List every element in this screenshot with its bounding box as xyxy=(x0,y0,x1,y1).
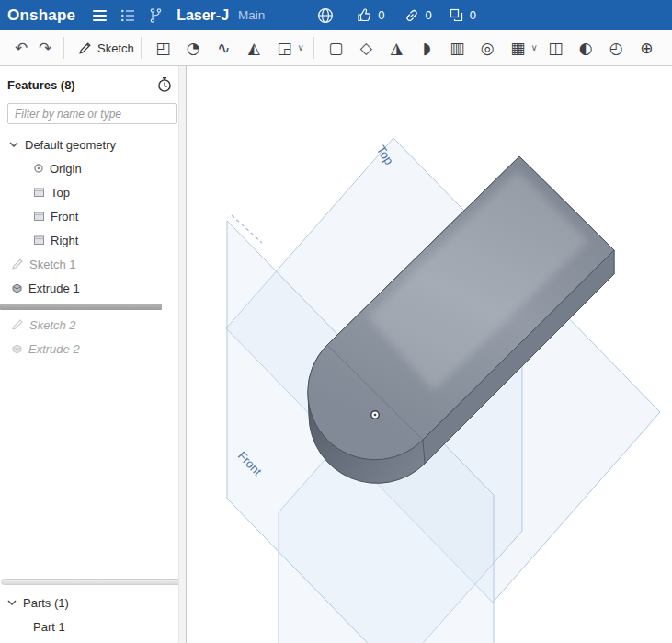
revolve-icon[interactable]: ◔ xyxy=(178,30,209,65)
tree-item-label: Right xyxy=(51,234,78,247)
graphics-area[interactable]: Top Front xyxy=(187,66,672,643)
links-counter[interactable]: 0 xyxy=(404,7,432,24)
tree-item-extrude-1[interactable]: Extrude 1 xyxy=(0,276,186,300)
feature-tree: Default geometry Origin Top Front Right xyxy=(0,132,186,361)
thumbs-up-icon xyxy=(357,7,372,23)
tree-item-label: Front xyxy=(51,210,78,224)
fillet-icon[interactable]: ▢ xyxy=(321,30,351,65)
filter-input[interactable] xyxy=(7,103,177,124)
tree-item-label: Default geometry xyxy=(25,138,116,152)
document-title[interactable]: Laser-J xyxy=(177,7,229,24)
sweep-icon[interactable]: ∿ xyxy=(209,30,239,65)
app-header: Onshape Laser-J Main 0 0 xyxy=(0,0,672,30)
tree-item-label: Origin xyxy=(50,162,82,176)
copies-counter[interactable]: 0 xyxy=(449,7,476,23)
extrude-icon[interactable]: ◰ xyxy=(148,30,178,65)
likes-count: 0 xyxy=(378,8,384,22)
tree-item-sketch-1[interactable]: Sketch 1 xyxy=(0,252,186,276)
transform-icon[interactable]: ⊕ xyxy=(632,30,662,65)
features-panel: Features (8) Default geometry Origin Top xyxy=(0,66,187,643)
panel-splitter[interactable] xyxy=(0,578,186,586)
tree-item-top-plane[interactable]: Top xyxy=(0,180,186,204)
redo-icon[interactable]: ↷ xyxy=(33,39,57,57)
workspace-name[interactable]: Main xyxy=(238,8,265,22)
tree-item-label: Top xyxy=(51,186,70,200)
copies-count: 0 xyxy=(470,8,476,22)
link-icon xyxy=(404,7,420,24)
mirror-icon[interactable]: ◫ xyxy=(541,30,571,65)
tree-item-sketch-2[interactable]: Sketch 2 xyxy=(0,313,186,337)
onshape-logo[interactable]: Onshape xyxy=(7,6,75,25)
tree-item-label: Extrude 2 xyxy=(28,342,80,356)
main-menu-icon[interactable] xyxy=(91,6,108,25)
plane-icon xyxy=(33,211,45,222)
chamfer-icon[interactable]: ◇ xyxy=(351,30,382,65)
tree-item-origin[interactable]: Origin xyxy=(0,156,186,180)
branch-icon[interactable] xyxy=(149,7,163,24)
plane-icon xyxy=(33,235,45,246)
rib-icon[interactable]: ◗ xyxy=(412,30,442,65)
scrollbar-track[interactable] xyxy=(178,66,186,643)
shell-icon[interactable]: ▥ xyxy=(442,30,473,65)
links-count: 0 xyxy=(426,8,432,22)
split-icon[interactable]: ◴ xyxy=(601,30,632,65)
versions-history-icon[interactable] xyxy=(120,8,137,23)
history-clock-icon[interactable] xyxy=(156,76,173,93)
3d-scene[interactable]: Top Front xyxy=(187,66,672,643)
tree-item-front-plane[interactable]: Front xyxy=(0,204,186,228)
sketch-icon xyxy=(11,258,24,270)
parts-section-header[interactable]: Parts (1) xyxy=(0,591,186,614)
sketch-icon xyxy=(11,318,24,331)
tree-item-default-geometry[interactable]: Default geometry xyxy=(0,132,186,156)
likes-counter[interactable]: 0 xyxy=(357,7,384,23)
undo-icon[interactable]: ↶ xyxy=(9,39,33,57)
tree-item-label: Extrude 1 xyxy=(28,281,80,295)
pencil-icon xyxy=(78,41,92,55)
chevron-down-icon[interactable]: ∨ xyxy=(295,30,307,65)
features-panel-title: Features (8) xyxy=(7,78,75,92)
extrude-feature-icon xyxy=(11,343,23,355)
origin-icon xyxy=(33,163,44,174)
feature-toolbar: ↶ ↷ Sketch ◰ ◔ ∿ ◭ ◲ ∨ ▢ ◇ ◮ ◗ ▥ ◎ ▦ ∨ ◫… xyxy=(0,30,672,66)
hole-icon[interactable]: ◎ xyxy=(473,30,503,65)
boolean-icon[interactable]: ◐ xyxy=(571,30,601,65)
sketch-button[interactable]: Sketch xyxy=(78,41,134,55)
extrude-feature-icon xyxy=(11,282,23,294)
chevron-down-icon[interactable] xyxy=(9,142,18,147)
parts-section: Parts (1) Part 1 xyxy=(0,588,186,643)
toolbar-separator xyxy=(63,37,64,59)
rollback-bar[interactable] xyxy=(0,304,162,310)
parts-title: Parts (1) xyxy=(23,596,69,610)
chevron-down-icon[interactable] xyxy=(7,600,17,605)
copy-icon xyxy=(449,7,464,23)
tree-item-label: Sketch 1 xyxy=(29,258,76,271)
origin-marker[interactable] xyxy=(371,411,379,419)
plane-icon xyxy=(33,187,45,198)
tree-item-label: Sketch 2 xyxy=(29,318,76,332)
toolbar-separator xyxy=(141,37,142,59)
tree-item-extrude-2[interactable]: Extrude 2 xyxy=(0,337,186,361)
part-item[interactable]: Part 1 xyxy=(0,614,186,638)
toolbar-separator xyxy=(313,37,314,59)
draft-icon[interactable]: ◮ xyxy=(382,30,412,65)
loft-icon[interactable]: ◭ xyxy=(239,30,269,65)
chevron-down-icon[interactable]: ∨ xyxy=(529,30,541,65)
tree-item-right-plane[interactable]: Right xyxy=(0,228,186,252)
share-globe-icon[interactable] xyxy=(316,6,335,25)
part-item-label: Part 1 xyxy=(33,620,65,634)
